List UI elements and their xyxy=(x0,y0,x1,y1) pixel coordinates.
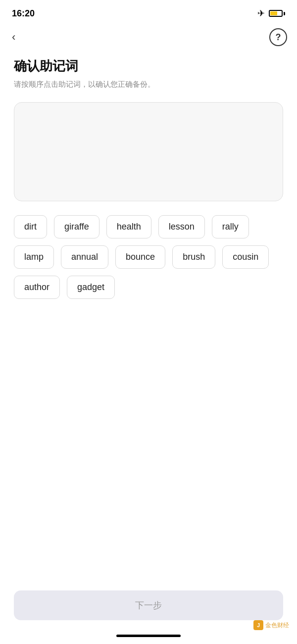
home-indicator xyxy=(116,635,181,637)
watermark-icon: J xyxy=(253,620,263,630)
word-chip-author[interactable]: author xyxy=(14,276,60,299)
watermark-text: 金色财经 xyxy=(265,621,289,630)
help-button[interactable]: ? xyxy=(269,28,287,46)
battery-fill xyxy=(270,11,277,15)
word-chip-gadget[interactable]: gadget xyxy=(67,276,115,299)
selection-area xyxy=(14,102,283,201)
page-title: 确认助记词 xyxy=(14,58,283,75)
words-container: dirtgiraffehealthlessonrallylampannualbo… xyxy=(0,215,297,299)
word-chip-rally[interactable]: rally xyxy=(212,215,249,238)
back-button[interactable]: ‹ xyxy=(10,29,17,46)
airplane-icon: ✈ xyxy=(257,8,265,19)
word-chip-annual[interactable]: annual xyxy=(61,245,108,269)
nav-bar: ‹ ? xyxy=(0,25,297,50)
page-content: 确认助记词 请按顺序点击助记词，以确认您正确备份。 xyxy=(0,50,297,201)
word-chip-brush[interactable]: brush xyxy=(172,245,215,269)
word-chip-dirt[interactable]: dirt xyxy=(14,215,47,238)
word-chip-health[interactable]: health xyxy=(106,215,151,238)
battery-indicator xyxy=(269,10,285,17)
word-chip-lamp[interactable]: lamp xyxy=(14,245,54,269)
status-bar: 16:20 ✈ xyxy=(0,0,297,25)
word-chip-bounce[interactable]: bounce xyxy=(115,245,165,269)
word-chip-lesson[interactable]: lesson xyxy=(158,215,205,238)
battery-tip xyxy=(284,12,285,15)
watermark: J 金色财经 xyxy=(253,620,289,630)
status-icons: ✈ xyxy=(257,8,285,19)
next-button[interactable]: 下一步 xyxy=(14,590,283,620)
battery-body xyxy=(269,10,283,17)
word-chip-giraffe[interactable]: giraffe xyxy=(54,215,99,238)
status-time: 16:20 xyxy=(12,8,35,19)
page-subtitle: 请按顺序点击助记词，以确认您正确备份。 xyxy=(14,79,283,90)
word-chip-cousin[interactable]: cousin xyxy=(222,245,269,269)
